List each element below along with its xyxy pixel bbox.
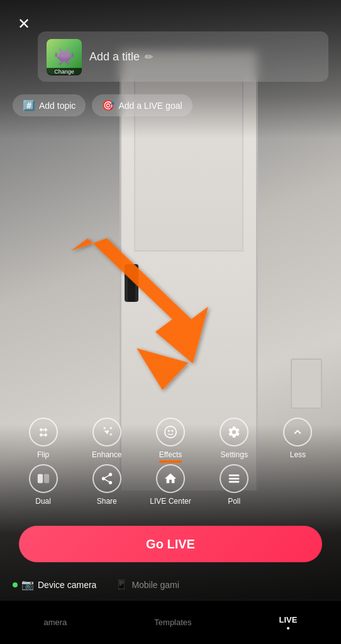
close-icon: ✕	[18, 15, 30, 33]
topic-label: Add topic	[39, 101, 75, 111]
empty-slot	[267, 464, 328, 506]
door-handle-bar	[128, 277, 135, 302]
livecenter-label: LIVE Center	[150, 497, 191, 506]
poll-label: Poll	[228, 497, 240, 506]
add-goal-button[interactable]: 🎯 Add a LIVE goal	[92, 94, 192, 116]
svg-point-4	[171, 430, 173, 432]
flip-icon	[36, 425, 50, 439]
effects-label: Effects	[159, 450, 182, 459]
enhance-icon	[101, 426, 113, 438]
less-control[interactable]: Less	[267, 418, 328, 459]
settings-control[interactable]: Settings	[204, 418, 265, 459]
svg-rect-8	[229, 478, 240, 480]
topic-goal-row: #️⃣ Add topic 🎯 Add a LIVE goal	[13, 94, 328, 116]
tab-templates-label: Templates	[154, 618, 191, 627]
settings-icon	[227, 425, 241, 439]
enhance-icon-wrap	[92, 418, 121, 447]
avatar-emoji: 👾	[54, 47, 74, 67]
mobile-gaming-label: Mobile gami	[131, 580, 179, 590]
change-label: Change	[47, 68, 82, 75]
dual-icon	[36, 472, 50, 486]
share-label: Share	[97, 497, 117, 506]
tab-camera-label: amera	[43, 618, 67, 627]
flip-label: Flip	[37, 450, 49, 459]
controls-grid: Flip Enhance Effects Settings	[13, 418, 328, 506]
flip-control[interactable]: Flip	[13, 418, 74, 459]
svg-rect-7	[229, 475, 240, 477]
dual-control[interactable]: Dual	[13, 464, 74, 506]
poll-control[interactable]: Poll	[204, 464, 265, 506]
topic-icon: #️⃣	[23, 99, 35, 111]
active-dot	[13, 582, 18, 587]
wall-outlet	[291, 358, 322, 409]
effects-highlight-bar	[159, 460, 182, 463]
enhance-label: Enhance	[92, 450, 121, 459]
less-icon-wrap	[283, 418, 312, 447]
settings-icon-wrap	[220, 418, 249, 447]
less-label: Less	[290, 450, 306, 459]
livecenter-icon	[164, 472, 177, 486]
effects-icon	[164, 425, 177, 439]
enhance-control[interactable]: Enhance	[76, 418, 137, 459]
flip-icon-wrap	[29, 418, 58, 447]
dual-icon-wrap	[29, 464, 58, 493]
effects-icon-wrap	[156, 418, 185, 447]
poll-icon-wrap	[220, 464, 249, 493]
dual-label: Dual	[35, 497, 51, 506]
edit-icon: ✏	[145, 51, 153, 63]
device-camera-source[interactable]: 📷 Device camera	[13, 579, 96, 591]
settings-label: Settings	[221, 450, 248, 459]
svg-point-3	[168, 430, 170, 432]
tab-camera[interactable]: amera	[33, 613, 77, 632]
svg-rect-9	[229, 481, 240, 483]
tab-templates[interactable]: Templates	[144, 613, 201, 632]
svg-rect-5	[37, 474, 42, 484]
device-camera-icon: 📷	[21, 579, 34, 591]
add-topic-button[interactable]: #️⃣ Add topic	[13, 94, 86, 116]
header-card: 👾 Change Add a title ✏	[38, 31, 328, 82]
tab-bar: amera Templates LIVE	[0, 600, 341, 644]
avatar-container[interactable]: 👾 Change	[47, 39, 82, 74]
livecenter-control[interactable]: LIVE Center	[140, 464, 201, 506]
less-icon	[291, 425, 305, 439]
close-button[interactable]: ✕	[13, 13, 35, 35]
tab-live[interactable]: LIVE	[269, 610, 308, 635]
share-icon	[100, 472, 114, 486]
tab-live-label: LIVE	[279, 615, 298, 625]
poll-icon	[227, 472, 241, 486]
share-icon-wrap	[92, 464, 121, 493]
effects-control[interactable]: Effects	[140, 418, 201, 459]
tab-live-dot	[287, 627, 289, 630]
camera-source-row: 📷 Device camera 📱 Mobile gami	[13, 579, 328, 591]
mobile-gaming-icon: 📱	[115, 579, 128, 591]
svg-rect-6	[44, 474, 49, 484]
livecenter-icon-wrap	[156, 464, 185, 493]
device-camera-label: Device camera	[38, 580, 96, 590]
goal-icon: 🎯	[102, 99, 115, 111]
share-control[interactable]: Share	[76, 464, 137, 506]
goal-label: Add a LIVE goal	[118, 101, 182, 111]
title-text: Add a title	[89, 50, 140, 64]
svg-point-2	[165, 426, 176, 438]
mobile-gaming-source[interactable]: 📱 Mobile gami	[115, 579, 179, 591]
title-area[interactable]: Add a title ✏	[89, 50, 320, 64]
go-live-button[interactable]: Go LIVE	[19, 526, 322, 562]
